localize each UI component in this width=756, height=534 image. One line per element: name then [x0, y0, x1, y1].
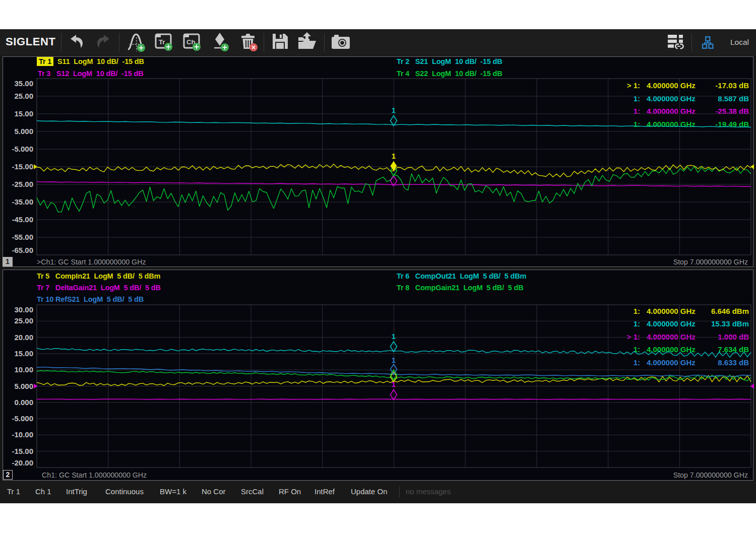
- svg-text:Tr: Tr: [159, 38, 165, 46]
